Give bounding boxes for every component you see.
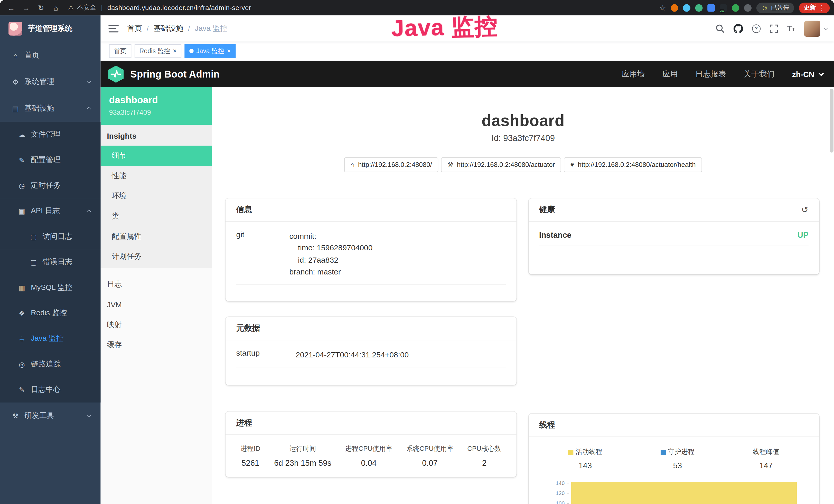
app-sidebar: 芋道管理系统 ⌂ 首页 ⚙ 系统管理 ▤ 基础设施 ☁ 文件管理 ✎ 配置管理 … — [0, 16, 101, 504]
sba-menu-details[interactable]: 细节 — [101, 145, 212, 166]
bookmark-star-icon[interactable]: ☆ — [659, 3, 666, 12]
close-icon[interactable]: × — [173, 48, 177, 54]
sidebar-item-dev-tools[interactable]: ⚒ 研发工具 — [0, 403, 101, 429]
sidebar-item-label: MySQL 监控 — [31, 283, 72, 293]
sba-body: dashboard 93a3fc7f7409 Insights 细节 性能 环境… — [101, 87, 834, 504]
help-icon[interactable]: ? — [752, 24, 761, 32]
history-icon[interactable]: ↺ — [802, 205, 809, 215]
forward-icon[interactable]: → — [19, 3, 33, 12]
breadcrumb-current: Java 监控 — [195, 24, 227, 33]
scrollbar-thumb[interactable] — [830, 89, 833, 153]
metadata-row: startup 2021-04-27T00:44:31.254+08:00 — [236, 349, 505, 367]
sba-menu-environment[interactable]: 环境 — [101, 186, 212, 206]
sba-nav-applications[interactable]: 应用 — [662, 69, 678, 79]
breadcrumb-home[interactable]: 首页 — [127, 24, 142, 33]
kebab-menu-icon[interactable]: ⋮ — [818, 4, 825, 12]
sidebar-item-label: 错误日志 — [43, 257, 72, 267]
instance-id-line: Id: 93a3fc7f7409 — [212, 134, 834, 143]
health-url-button[interactable]: ♥ http://192.168.0.2:48080/actuator/heal… — [564, 157, 702, 172]
redis-icon: ❖ — [18, 309, 26, 317]
extension-icon-7[interactable] — [744, 4, 752, 12]
log-icon: ▢ — [29, 258, 38, 266]
sidebar-item-config-management[interactable]: ✎ 配置管理 — [0, 147, 101, 173]
sidebar-item-api-logs[interactable]: ▣ API 日志 — [0, 198, 101, 224]
extension-icon-5[interactable]: on — [720, 4, 727, 12]
spring-boot-admin-logo — [108, 66, 124, 83]
address-bar[interactable]: ⚠ 不安全 | dashboard.yudao.iocoder.cn/infra… — [68, 3, 251, 12]
sba-brand-title[interactable]: Spring Boot Admin — [130, 68, 220, 80]
sidebar-item-label: 研发工具 — [24, 411, 54, 420]
gear-icon: ⚙ — [11, 78, 20, 86]
page-title: dashboard — [212, 112, 834, 130]
fullscreen-icon[interactable] — [770, 24, 778, 32]
sba-menu-classes[interactable]: 类 — [101, 206, 212, 226]
sidebar-item-redis-monitor[interactable]: ❖ Redis 监控 — [0, 300, 101, 326]
sba-menu-mappings[interactable]: 映射 — [101, 315, 212, 335]
back-icon[interactable]: ← — [4, 3, 18, 12]
sidebar-item-label: 链路追踪 — [31, 360, 61, 369]
sidebar-item-infrastructure[interactable]: ▤ 基础设施 — [0, 95, 101, 122]
font-size-icon[interactable]: T T — [787, 24, 795, 32]
health-card: 健康 ↺ Instance UP — [528, 198, 819, 274]
tab-java-monitor[interactable]: Java 监控 × — [185, 44, 236, 58]
close-icon[interactable]: × — [227, 48, 231, 54]
sidebar-item-access-logs[interactable]: ▢ 访问日志 — [0, 224, 101, 249]
sidebar-item-label: 文件管理 — [31, 130, 61, 139]
sba-nav-journal[interactable]: 日志报表 — [695, 69, 726, 79]
sidebar-item-home[interactable]: ⌂ 首页 — [0, 42, 101, 69]
sidebar-item-file-management[interactable]: ☁ 文件管理 — [0, 122, 101, 147]
search-icon[interactable] — [715, 24, 724, 33]
process-card-body: 进程ID 5261 运行时间 6d 23h 15m 59s 进程CPU使用率 — [225, 435, 516, 477]
paused-badge[interactable]: ☺ 已暂停 — [756, 2, 794, 13]
extension-icon-4[interactable] — [708, 4, 715, 12]
sba-nav-about[interactable]: 关于我们 — [744, 69, 774, 79]
avatar[interactable] — [804, 21, 820, 37]
extension-icon-3[interactable] — [695, 4, 703, 12]
sidebar-item-system[interactable]: ⚙ 系统管理 — [0, 69, 101, 95]
instance-title-block: dashboard Id: 93a3fc7f7409 — [212, 112, 834, 143]
sidebar-item-mysql-monitor[interactable]: ▦ MySQL 监控 — [0, 275, 101, 300]
threads-card-body: 活动线程 143 守护进程 — [528, 437, 819, 504]
sidebar-item-log-center[interactable]: ✎ 日志中心 — [0, 377, 101, 402]
tab-redis-monitor[interactable]: Redis 监控 × — [135, 44, 181, 58]
pencil-icon: ✎ — [18, 156, 26, 164]
extension-icon-2[interactable] — [683, 4, 690, 12]
app-logo-row[interactable]: 芋道管理系统 — [0, 16, 101, 42]
sidebar-item-tracing[interactable]: ◎ 链路追踪 — [0, 351, 101, 377]
sba-nav-wall[interactable]: 应用墙 — [621, 69, 645, 79]
actuator-url-button[interactable]: ⚒ http://192.168.0.2:48080/actuator — [441, 157, 561, 172]
sba-menu-logs[interactable]: 日志 — [101, 274, 212, 295]
reload-icon[interactable]: ↻ — [34, 3, 48, 12]
legend-swatch-yellow — [568, 450, 574, 455]
update-button[interactable]: 更新 ⋮ — [799, 2, 830, 13]
insights-label: Insights — [101, 125, 212, 146]
cards-left-column: 信息 git commit: time: 1596289704000 id: 2… — [225, 198, 516, 477]
sba-menu-caches[interactable]: 缓存 — [101, 335, 212, 356]
home-nav-icon[interactable]: ⌂ — [49, 3, 63, 12]
sba-menu-performance[interactable]: 性能 — [101, 166, 212, 186]
sba-menu-config-props[interactable]: 配置属性 — [101, 226, 212, 247]
sba-menu-scheduled-tasks[interactable]: 计划任务 — [101, 247, 212, 267]
info-row: git commit: time: 1596289704000 id: 27aa… — [236, 230, 505, 285]
health-row[interactable]: Instance UP — [539, 230, 809, 246]
sidebar-item-scheduled-tasks[interactable]: ◷ 定时任务 — [0, 173, 101, 198]
instance-header[interactable]: dashboard 93a3fc7f7409 — [101, 87, 212, 125]
security-label[interactable]: 不安全 — [77, 3, 96, 12]
service-url-button[interactable]: ⌂ http://192.168.0.2:48080/ — [344, 157, 438, 172]
hamburger-icon[interactable] — [108, 25, 118, 32]
url-text[interactable]: dashboard.yudao.iocoder.cn/infra/admin-s… — [107, 4, 251, 12]
sidebar-item-error-logs[interactable]: ▢ 错误日志 — [0, 249, 101, 275]
sidebar-item-java-monitor[interactable]: ☕ Java 监控 — [0, 326, 101, 351]
tags-view-bar: 首页 Redis 监控 × Java 监控 × — [101, 42, 834, 61]
process-columns: 进程ID 5261 运行时间 6d 23h 15m 59s 进程CPU使用率 — [236, 443, 505, 469]
breadcrumb-section[interactable]: 基础设施 — [154, 24, 183, 33]
extension-icon-1[interactable] — [671, 4, 678, 12]
extension-icon-6[interactable] — [732, 4, 740, 12]
github-icon[interactable] — [733, 24, 743, 33]
tab-home[interactable]: 首页 — [109, 44, 132, 58]
database-icon: ▦ — [18, 284, 26, 292]
sba-menu-jvm[interactable]: JVM — [101, 295, 212, 315]
locale-selector[interactable]: zh-CN — [792, 70, 822, 78]
chevron-down-icon — [824, 25, 828, 30]
user-menu[interactable] — [804, 21, 827, 37]
